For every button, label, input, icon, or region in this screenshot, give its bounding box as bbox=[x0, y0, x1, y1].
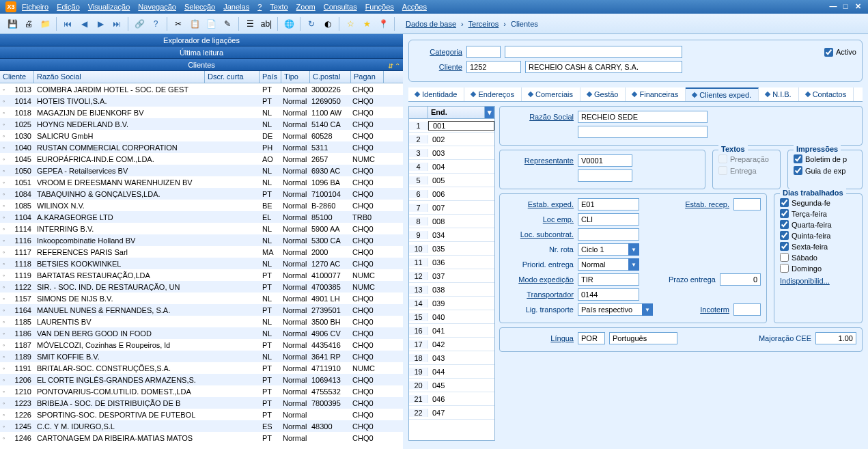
chevron-down-icon[interactable]: ▼ bbox=[628, 243, 639, 256]
menu-janelas[interactable]: Janelas bbox=[223, 3, 249, 11]
paste-icon[interactable]: 📄 bbox=[204, 17, 218, 31]
representante-2-input[interactable] bbox=[578, 169, 632, 182]
table-row[interactable]: ◦1246CARTONAGEM DA RIBEIRA-MATIAS MATOSP… bbox=[0, 432, 403, 444]
cliente-name-input[interactable] bbox=[525, 61, 682, 73]
tab-endereos[interactable]: Endereços bbox=[464, 87, 522, 101]
edit-icon[interactable]: ✎ bbox=[221, 17, 234, 31]
table-row[interactable]: ◦1119BARTATAS RESTAURAÇÃO,LDAPTNormal410… bbox=[0, 269, 403, 281]
menu-zoom[interactable]: Zoom bbox=[296, 3, 316, 11]
table-row[interactable]: ◦1185LAURENTIS BVNLNormal3500 BHCHQ0 bbox=[0, 316, 403, 327]
incoterm-input[interactable] bbox=[733, 303, 761, 316]
save-icon[interactable]: 💾 bbox=[5, 17, 19, 31]
help-icon[interactable]: ? bbox=[149, 17, 163, 31]
representante-label[interactable]: Representante bbox=[505, 157, 574, 165]
address-row[interactable]: 17042 bbox=[409, 338, 494, 351]
lingua-label[interactable]: Língua bbox=[505, 334, 574, 342]
table-row[interactable]: ◦1045EUROPÁFRICA-IND.E COM.,LDA.AONormal… bbox=[0, 153, 403, 165]
link-icon[interactable]: 🔗 bbox=[132, 17, 146, 31]
addr-col-end[interactable]: End. bbox=[428, 107, 485, 118]
transportador-label[interactable]: Transportador bbox=[505, 290, 574, 299]
tab-clientesexped[interactable]: Clientes exped. bbox=[686, 87, 759, 101]
menu-navegao[interactable]: Navegação bbox=[138, 3, 176, 11]
table-row[interactable]: ◦1116Inkoopcombinatie Holland BVNLNormal… bbox=[0, 234, 403, 246]
menu-texto[interactable]: Texto bbox=[270, 3, 288, 11]
pin-icon[interactable]: 📍 bbox=[376, 17, 390, 31]
text-icon[interactable]: ab| bbox=[260, 17, 273, 31]
address-row[interactable]: 4004 bbox=[409, 160, 494, 174]
ultima-leitura-header[interactable]: Última leitura bbox=[0, 46, 403, 59]
menu-edio[interactable]: Edição bbox=[57, 3, 80, 11]
address-row[interactable]: 9034 bbox=[409, 228, 494, 242]
copy-icon[interactable]: 📋 bbox=[188, 17, 201, 31]
last-icon[interactable]: ⏭ bbox=[110, 17, 124, 31]
col-tipo[interactable]: Tipo bbox=[281, 71, 310, 83]
tab-comerciais[interactable]: Comerciais bbox=[522, 87, 580, 101]
address-row[interactable]: 21046 bbox=[409, 392, 494, 406]
table-row[interactable]: ◦1051VROOM E DREESMANN WARENHUIZEN BVNLN… bbox=[0, 176, 403, 188]
modo-exped-input[interactable] bbox=[578, 273, 639, 286]
expand-icon[interactable]: ⌃ bbox=[395, 60, 400, 72]
action-icon[interactable]: ◐ bbox=[321, 17, 335, 31]
col-cliente[interactable]: Cliente bbox=[0, 71, 34, 83]
estab-exped-label[interactable]: Estab. exped. bbox=[505, 200, 574, 208]
menu-funes[interactable]: Funções bbox=[365, 3, 394, 11]
razao-social-2-input[interactable] bbox=[578, 126, 708, 138]
address-row[interactable]: 5005 bbox=[409, 174, 494, 187]
guia-checkbox[interactable]: Guia de exp bbox=[794, 166, 856, 175]
table-row[interactable]: ◦1245C.C. Y M. IDURGO,S.LESNormal48300CH… bbox=[0, 420, 403, 432]
representante-input[interactable] bbox=[578, 154, 632, 167]
chevron-down-icon[interactable]: ▼ bbox=[642, 303, 653, 316]
address-row[interactable]: 7007 bbox=[409, 201, 494, 215]
breadcrumb-terceiros[interactable]: Terceiros bbox=[468, 20, 499, 28]
folder-icon[interactable]: 📁 bbox=[38, 17, 52, 31]
address-row[interactable]: 10035 bbox=[409, 242, 494, 256]
indisponibilidade-link[interactable]: Indisponibilid... bbox=[780, 277, 830, 285]
menu-consultas[interactable]: Consultas bbox=[324, 3, 357, 11]
dia-checkbox[interactable]: Segunda-fe bbox=[780, 198, 856, 207]
dia-checkbox[interactable]: Quarta-feira bbox=[780, 220, 856, 229]
tab-nib[interactable]: N.I.B. bbox=[759, 87, 799, 101]
table-row[interactable]: ◦1030SALICRU GmbHDENormal60528CHQ0 bbox=[0, 130, 403, 141]
table-row[interactable]: ◦1117REFERENCES PARIS SarlMANormal2000CH… bbox=[0, 246, 403, 258]
table-row[interactable]: ◦1191BRITALAR-SOC. CONSTRUÇÕES,S.A.PTNor… bbox=[0, 362, 403, 374]
table-row[interactable]: ◦1164MANUEL NUNES & FERNANDES, S.A.PTNor… bbox=[0, 304, 403, 316]
dia-checkbox[interactable]: Sexta-feira bbox=[780, 242, 856, 251]
address-row[interactable]: 8008 bbox=[409, 215, 494, 228]
list-icon[interactable]: ☰ bbox=[243, 17, 257, 31]
cut-icon[interactable]: ✂ bbox=[171, 17, 185, 31]
grid-body[interactable]: ◦1013COIMBRA JARDIM HOTEL - SOC. DE GEST… bbox=[0, 83, 403, 449]
tab-contactos[interactable]: Contactos bbox=[799, 87, 854, 101]
explorador-header[interactable]: Explorador de ligações bbox=[0, 34, 403, 46]
star-outline-icon[interactable]: ☆ bbox=[344, 17, 357, 31]
tab-financeiras[interactable]: Financeiras bbox=[626, 87, 686, 101]
address-row[interactable]: 13038 bbox=[409, 283, 494, 297]
dia-checkbox[interactable]: Terça-feira bbox=[780, 209, 856, 218]
print-icon[interactable]: 🖨 bbox=[22, 17, 36, 31]
col-pagan[interactable]: Pagan bbox=[351, 71, 384, 83]
activo-checkbox[interactable]: Activo bbox=[824, 48, 856, 57]
lingua-code-input[interactable] bbox=[578, 332, 605, 344]
table-row[interactable]: ◦1104A.KARAGEORGE LTDELNormal85100TRB0 bbox=[0, 211, 403, 223]
dia-checkbox[interactable]: Sábado bbox=[780, 253, 856, 262]
address-row[interactable]: 1001 bbox=[409, 119, 494, 133]
loc-subcontrat-label[interactable]: Loc. subcontrat. bbox=[505, 230, 574, 239]
table-row[interactable]: ◦1187MÓVELCOZI, Cozinhas E Roupeiros, ld… bbox=[0, 339, 403, 351]
menu-[interactable]: ? bbox=[257, 3, 262, 11]
table-row[interactable]: ◦1018MAGAZIJN DE BIJENKORF BVNLNormal110… bbox=[0, 107, 403, 118]
modo-exped-label[interactable]: Modo expedição bbox=[505, 275, 574, 284]
col-pais[interactable]: País bbox=[260, 71, 281, 83]
categoria-input[interactable] bbox=[466, 46, 501, 58]
address-row[interactable]: 16041 bbox=[409, 324, 494, 338]
menu-seleco[interactable]: Selecção bbox=[184, 3, 215, 11]
table-row[interactable]: ◦1122SIR. - SOC. IND. DE RESTAURAÇÃO, UN… bbox=[0, 281, 403, 292]
address-row[interactable]: 18043 bbox=[409, 351, 494, 365]
incoterm-label[interactable]: Incoterm bbox=[661, 305, 729, 314]
col-razao[interactable]: Razão Social bbox=[34, 71, 205, 83]
table-row[interactable]: ◦1189SMIT KOFFIE B.V.NLNormal3641 RPCHQ0 bbox=[0, 351, 403, 362]
clientes-header[interactable]: Clientes ⇵ ⌃ bbox=[0, 59, 403, 71]
table-row[interactable]: ◦1114INTERRING B.V.NLNormal5900 AACHQ0 bbox=[0, 223, 403, 234]
prev-icon[interactable]: ◀ bbox=[77, 17, 91, 31]
cliente-label[interactable]: Cliente bbox=[415, 63, 462, 71]
table-row[interactable]: ◦1226SPORTING-SOC. DESPORTIVA DE FUTEBOL… bbox=[0, 409, 403, 420]
estab-recep-input[interactable] bbox=[733, 198, 761, 210]
